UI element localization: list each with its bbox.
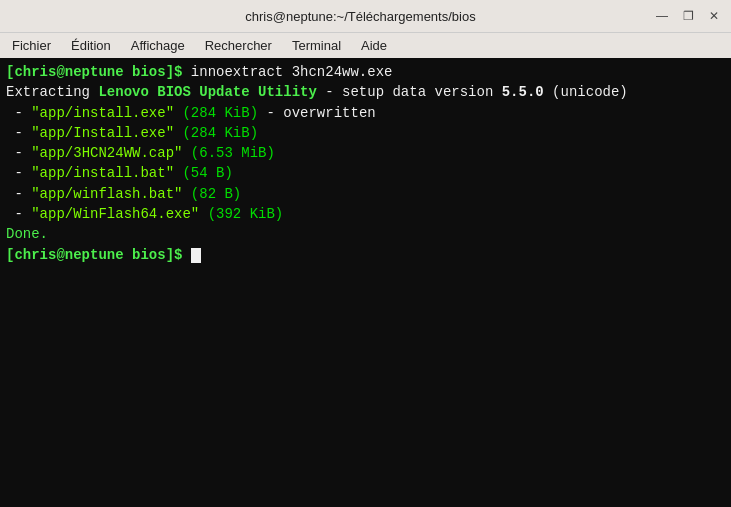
menu-bar: FichierÉditionAffichageRechercherTermina…: [0, 32, 731, 58]
minimize-button[interactable]: —: [653, 7, 671, 25]
terminal-line: Extracting Lenovo BIOS Update Utility - …: [6, 82, 725, 102]
terminal-line: - "app/winflash.bat" (82 B): [6, 184, 725, 204]
terminal-line: [chris@neptune bios]$ innoextract 3hcn24…: [6, 62, 725, 82]
terminal-line: - "app/WinFlash64.exe" (392 KiB): [6, 204, 725, 224]
maximize-button[interactable]: ❐: [679, 7, 697, 25]
title-bar: chris@neptune:~/Téléchargements/bios — ❐…: [0, 0, 731, 32]
window-controls: — ❐ ✕: [653, 7, 723, 25]
terminal-line: - "app/install.exe" (284 KiB) - overwrit…: [6, 103, 725, 123]
command: innoextract 3hcn24ww.exe: [191, 64, 393, 80]
prompt: [chris@neptune bios]$: [6, 64, 191, 80]
close-button[interactable]: ✕: [705, 7, 723, 25]
terminal-line: Done.: [6, 224, 725, 244]
terminal-output: [chris@neptune bios]$ innoextract 3hcn24…: [0, 58, 731, 507]
terminal-line: [chris@neptune bios]$: [6, 245, 725, 265]
menu-item-rechercher[interactable]: Rechercher: [197, 36, 280, 55]
menu-item-affichage[interactable]: Affichage: [123, 36, 193, 55]
done-text: Done.: [6, 226, 48, 242]
menu-item-terminal[interactable]: Terminal: [284, 36, 349, 55]
cursor: [191, 248, 201, 263]
menu-item-édition[interactable]: Édition: [63, 36, 119, 55]
terminal-line: - "app/3HCN24WW.cap" (6.53 MiB): [6, 143, 725, 163]
window-title: chris@neptune:~/Téléchargements/bios: [68, 9, 653, 24]
menu-item-aide[interactable]: Aide: [353, 36, 395, 55]
menu-item-fichier[interactable]: Fichier: [4, 36, 59, 55]
terminal-line: - "app/install.bat" (54 B): [6, 163, 725, 183]
terminal-line: - "app/Install.exe" (284 KiB): [6, 123, 725, 143]
